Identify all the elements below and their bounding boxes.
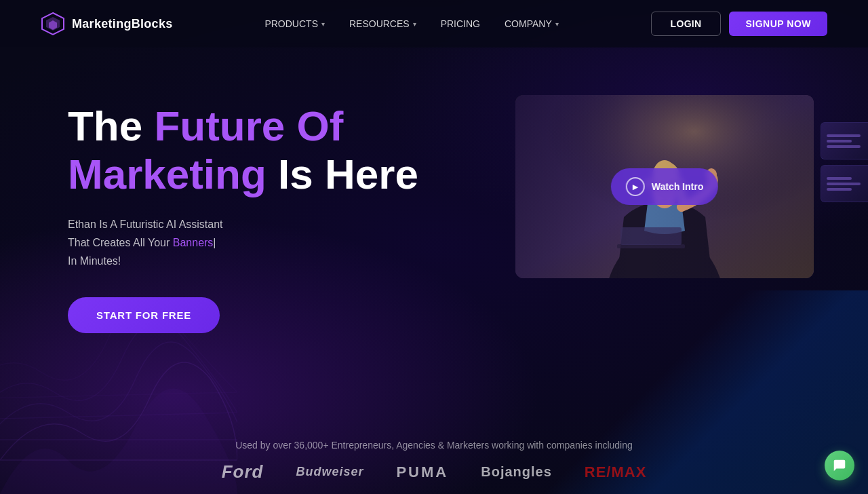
logo-icon [41, 12, 65, 36]
nav-link-company[interactable]: COMPANY ▾ [505, 18, 559, 29]
chevron-down-icon: ▾ [321, 20, 325, 28]
logo-text: MarketingBlocks [72, 17, 173, 31]
logo[interactable]: MarketingBlocks [41, 12, 173, 36]
chevron-down-icon: ▾ [413, 20, 416, 28]
nav-item-resources[interactable]: RESOURCES ▾ [349, 18, 416, 29]
hero-title-is-here: Is Here [267, 151, 418, 197]
brand-budweiser: Budweiser [296, 465, 363, 479]
brand-puma: PUMA [396, 463, 448, 481]
signup-button[interactable]: SIGNUP NOW [729, 12, 827, 36]
nav-link-resources[interactable]: RESOURCES ▾ [349, 18, 416, 29]
nav-link-products[interactable]: PRODUCTS ▾ [264, 18, 325, 29]
chat-bubble-button[interactable] [825, 451, 854, 480]
chevron-down-icon: ▾ [555, 20, 559, 28]
nav-actions: LOGIN SIGNUP NOW [651, 12, 827, 36]
nav-item-products[interactable]: PRODUCTS ▾ [264, 18, 325, 29]
nav-item-company[interactable]: COMPANY ▾ [505, 18, 559, 29]
hero-section: The Future Of Marketing Is Here Ethan Is… [0, 48, 868, 426]
nav-item-pricing[interactable]: PRICING [441, 18, 480, 29]
hero-video: ▶ Watch Intro [515, 95, 814, 278]
highlight-banners: Banners [173, 237, 214, 248]
hero-title-the: The [68, 102, 154, 149]
brand-remax: RE/MAX [585, 463, 647, 481]
watch-intro-button[interactable]: ▶ Watch Intro [611, 168, 718, 205]
hero-subtitle: Ethan Is A Futuristic AI Assistant That … [68, 215, 418, 271]
hero-content: The Future Of Marketing Is Here Ethan Is… [68, 88, 418, 333]
login-button[interactable]: LOGIN [651, 12, 722, 36]
nav-links: PRODUCTS ▾ RESOURCES ▾ PRICING COMPANY ▾ [264, 18, 558, 29]
start-free-button[interactable]: START FOR FREE [68, 297, 220, 333]
hero-title: The Future Of Marketing Is Here [68, 102, 418, 199]
hero-title-future-of: Future Of [154, 102, 343, 149]
brand-ford: Ford [222, 461, 264, 482]
chat-icon [832, 458, 847, 473]
brands-row: Ford Budweiser PUMA Bojangles RE/MAX [0, 461, 868, 482]
navbar: MarketingBlocks PRODUCTS ▾ RESOURCES ▾ P… [0, 0, 868, 48]
brand-bojangles: Bojangles [481, 464, 552, 480]
watch-intro-label: Watch Intro [652, 181, 703, 192]
hero-title-marketing: Marketing [68, 151, 267, 197]
play-icon: ▶ [626, 177, 645, 196]
bottom-bar: Used by over 36,000+ Entrepreneurs, Agen… [0, 426, 868, 482]
nav-link-pricing[interactable]: PRICING [441, 18, 480, 29]
social-proof-text: Used by over 36,000+ Entrepreneurs, Agen… [0, 440, 868, 451]
